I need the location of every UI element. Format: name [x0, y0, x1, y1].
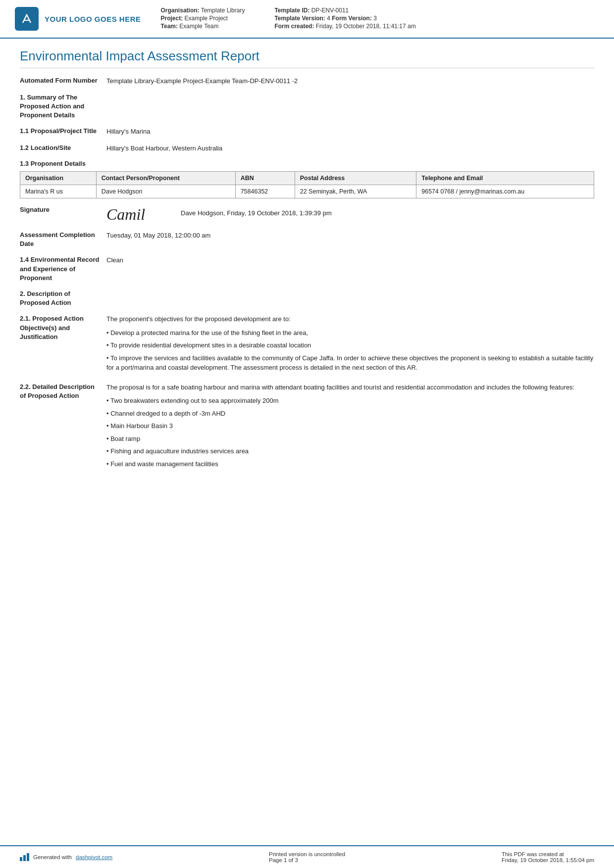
list-item: Channel dredged to a depth of -3m AHD — [106, 409, 594, 419]
section1-4-value: Clean — [106, 255, 594, 265]
section1-2-label: 1.2 Location/Site — [20, 144, 106, 152]
section1-label: 1. Summary of The Proposed Action and Pr… — [20, 93, 106, 120]
section2-1-bullets: Develop a protected marina for the use o… — [106, 328, 594, 373]
team-line: Team: Example Team — [161, 23, 245, 30]
section1-row: 1. Summary of The Proposed Action and Pr… — [20, 93, 594, 120]
footer-pdf-date: Friday, 19 October 2018, 1:55:04 pm — [502, 857, 594, 863]
footer-bars-icon — [20, 853, 29, 861]
section1-2-row: 1.2 Location/Site Hillary's Boat Harbour… — [20, 144, 594, 153]
list-item: Develop a protected marina for the use o… — [106, 328, 594, 338]
signature-content: Camil Dave Hodgson, Friday, 19 October 2… — [106, 205, 332, 224]
report-title: Environmental Impact Assessment Report — [20, 48, 594, 68]
footer-generated-text: Generated with — [33, 854, 72, 860]
cell-abn: 75846352 — [235, 185, 295, 198]
list-item: To improve the services and facilities a… — [106, 353, 594, 373]
section2-2-content: The proposal is for a safe boating harbo… — [106, 383, 594, 472]
col-postal: Postal Address — [295, 172, 416, 185]
section1-4-row: 1.4 Environmental Record and Experience … — [20, 255, 594, 283]
section2-1-row: 2.1. Proposed Action Objective(s) and Ju… — [20, 314, 594, 376]
section1-1-label: 1.1 Proposal/Project Title — [20, 127, 106, 136]
cell-contact: Dave Hodgson — [96, 185, 235, 198]
list-item: Two breakwaters extending out to sea app… — [106, 396, 594, 406]
list-item: Fuel and waste management facilities — [106, 459, 594, 469]
project-line: Project: Example Project — [161, 15, 245, 22]
list-item: Fishing and aquaculture industries servi… — [106, 446, 594, 456]
automated-form-number-row: Automated Form Number Template Library-E… — [20, 76, 594, 86]
cell-postal_address: 22 Seminyak, Perth, WA — [295, 185, 416, 198]
table-row: Marina's R usDave Hodgson7584635222 Semi… — [20, 185, 594, 198]
bar1 — [20, 857, 22, 861]
signature-label: Signature — [20, 205, 106, 214]
section1-2-value: Hillary's Boat Harbour, Western Australi… — [106, 144, 594, 153]
footer-left: Generated with dashpivot.com — [20, 853, 112, 861]
footer-uncontrolled: Printed version is uncontrolled — [269, 851, 345, 857]
template-version-line: Template Version: 4 Form Version: 3 — [274, 15, 415, 22]
section2-label: 2. Description of Proposed Action — [20, 289, 106, 307]
main-content: Environmental Impact Assessment Report A… — [0, 39, 614, 845]
section2-2-label: 2.2. Detailed Description of Proposed Ac… — [20, 383, 106, 400]
list-item: Main Harbour Basin 3 — [106, 421, 594, 431]
page-footer: Generated with dashpivot.com Printed ver… — [0, 845, 614, 868]
section1-1-value: Hillary's Marina — [106, 127, 594, 137]
assessment-completion-label: Assessment Completion Date — [20, 231, 106, 248]
footer-page-number: Page 1 of 3 — [269, 857, 345, 863]
template-id-line: Template ID: DP-ENV-0011 — [274, 7, 415, 14]
section2-1-content: The proponent's objectives for the propo… — [106, 314, 594, 376]
col-telephone: Telephone and Email — [416, 172, 594, 185]
header-metadata: Organisation: Template Library Project: … — [141, 7, 594, 31]
automated-form-number-label: Automated Form Number — [20, 76, 106, 85]
signature-cursive: Camil — [106, 205, 166, 224]
logo-area: YOUR LOGO GOES HERE — [15, 7, 141, 31]
header-meta-right: Template ID: DP-ENV-0011 Template Versio… — [274, 7, 415, 31]
section1-4-label: 1.4 Environmental Record and Experience … — [20, 255, 106, 283]
col-abn: ABN — [235, 172, 295, 185]
list-item: Boat ramp — [106, 434, 594, 444]
col-organisation: Organisation — [20, 172, 97, 185]
cell-telephone_email: 96574 0768 / jenny@marinas.com.au — [416, 185, 594, 198]
section2-2-intro: The proposal is for a safe boating harbo… — [106, 383, 594, 392]
footer-right: This PDF was created at Friday, 19 Octob… — [502, 851, 594, 863]
table-header-row: Organisation Contact Person/Proponent AB… — [20, 172, 594, 185]
assessment-completion-value: Tuesday, 01 May 2018, 12:00:00 am — [106, 231, 594, 241]
signature-text: Dave Hodgson, Friday, 19 October 2018, 1… — [181, 205, 332, 217]
list-item: To provide residential development sites… — [106, 340, 594, 350]
header-meta-left: Organisation: Template Library Project: … — [161, 7, 245, 31]
section2-2-row: 2.2. Detailed Description of Proposed Ac… — [20, 383, 594, 472]
footer-center: Printed version is uncontrolled Page 1 o… — [269, 851, 345, 863]
section2-2-bullets: Two breakwaters extending out to sea app… — [106, 396, 594, 469]
organisation-line: Organisation: Template Library — [161, 7, 245, 14]
page-header: YOUR LOGO GOES HERE Organisation: Templa… — [0, 0, 614, 39]
automated-form-number-value: Template Library-Example Project-Example… — [106, 76, 594, 86]
section2-1-intro: The proponent's objectives for the propo… — [106, 314, 594, 324]
col-contact: Contact Person/Proponent — [96, 172, 235, 185]
bar2 — [23, 855, 26, 861]
section2-1-label: 2.1. Proposed Action Objective(s) and Ju… — [20, 314, 106, 341]
footer-pdf-created: This PDF was created at — [502, 851, 594, 857]
footer-dashpivot-link[interactable]: dashpivot.com — [76, 854, 112, 860]
proponent-table: Organisation Contact Person/Proponent AB… — [20, 171, 594, 198]
logo-icon — [15, 7, 39, 31]
cell-organisation: Marina's R us — [20, 185, 97, 198]
section2-row: 2. Description of Proposed Action — [20, 289, 594, 307]
logo-text: YOUR LOGO GOES HERE — [45, 15, 141, 23]
section1-3-heading: 1.3 Proponent Details — [20, 160, 594, 167]
bar3 — [27, 853, 29, 861]
signature-row: Signature Camil Dave Hodgson, Friday, 19… — [20, 205, 594, 224]
assessment-completion-row: Assessment Completion Date Tuesday, 01 M… — [20, 231, 594, 248]
section1-1-row: 1.1 Proposal/Project Title Hillary's Mar… — [20, 127, 594, 137]
form-created-line: Form created: Friday, 19 October 2018, 1… — [274, 23, 415, 30]
section1-3-block: 1.3 Proponent Details Organisation Conta… — [20, 160, 594, 198]
